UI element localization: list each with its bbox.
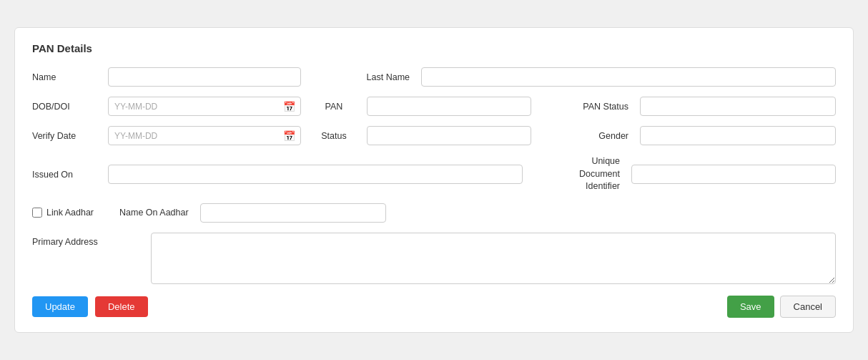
pan-label: PAN [312,102,355,112]
pan-details-card: PAN Details Name Last Name DOB/DOI 📅 PAN… [14,27,854,333]
primary-address-label: Primary Address [32,233,139,247]
issued-on-input[interactable] [108,165,523,184]
update-button[interactable]: Update [32,296,88,317]
status-label: Status [312,131,355,141]
name-input[interactable] [108,67,301,87]
footer-right-buttons: Save Cancel [727,296,836,318]
unique-doc-label: UniqueDocumentIdentifier [534,155,620,193]
issued-on-label: Issued On [32,170,97,180]
link-aadhar-label: Link Aadhar [46,208,94,218]
verify-date-input[interactable] [108,126,301,145]
verify-calendar-icon[interactable]: 📅 [283,130,295,142]
footer-row: Update Delete Save Cancel [32,296,836,318]
dob-doi-label: DOB/DOI [32,102,97,112]
dob-doi-wrapper: 📅 [108,97,301,116]
dob-calendar-icon[interactable]: 📅 [283,101,295,112]
footer-left-buttons: Update Delete [32,296,148,317]
delete-button[interactable]: Delete [95,296,148,317]
pan-status-input[interactable]: --select-- [640,97,836,116]
name-on-aadhar-label: Name On Aadhar [119,208,189,218]
primary-address-input[interactable] [151,233,836,284]
last-name-input[interactable] [421,67,836,87]
link-aadhar-checkbox[interactable] [32,208,42,218]
name-label: Name [32,72,97,82]
cancel-button[interactable]: Cancel [780,296,836,318]
verify-date-label: Verify Date [32,131,97,141]
verify-date-wrapper: 📅 [108,126,301,145]
name-on-aadhar-input[interactable] [200,203,386,223]
pan-input[interactable] [367,97,531,116]
pan-status-label: PAN Status [543,102,628,112]
gender-label: Gender [543,131,628,141]
gender-input[interactable]: --select-- [640,126,836,145]
card-title: PAN Details [32,42,836,54]
last-name-label: Last Name [324,72,410,82]
save-button[interactable]: Save [727,296,774,318]
status-input[interactable] [367,126,531,145]
unique-doc-input[interactable] [631,165,836,184]
dob-doi-input[interactable] [108,97,301,116]
link-aadhar-group: Link Aadhar [32,208,94,218]
